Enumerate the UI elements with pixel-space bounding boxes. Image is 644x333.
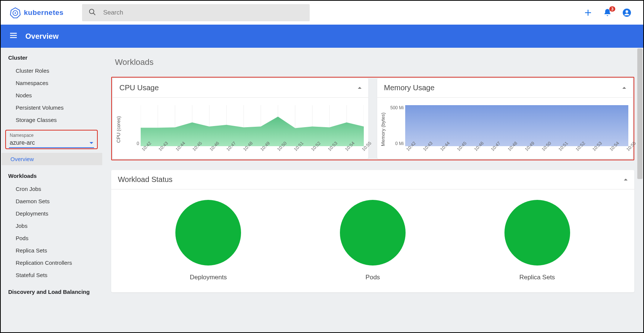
workload-status-item: Pods — [340, 200, 406, 281]
namespace-value: azure-arc — [10, 139, 35, 146]
topbar-actions: 3 — [584, 8, 634, 17]
sidebar-item[interactable]: Daemon Sets — [1, 195, 102, 207]
cpu-ylabel: CPU (cores) — [115, 105, 122, 154]
chart-xtick: 10:53 — [591, 146, 597, 152]
chart-xtick: 10:42 — [141, 146, 147, 152]
sidebar-item[interactable]: Cron Jobs — [1, 183, 102, 195]
mem-card-title: Memory Usage — [384, 84, 435, 92]
sidebar-item[interactable]: Stateful Sets — [1, 269, 102, 281]
page-title: Workloads — [115, 57, 634, 67]
sidebar-header-cluster[interactable]: Cluster — [1, 51, 102, 65]
namespace-selector[interactable]: Namespace azure-arc — [5, 130, 98, 149]
sidebar-item[interactable]: Replica Sets — [1, 244, 102, 257]
sidebar-item[interactable]: Jobs — [1, 220, 102, 232]
chart-xtick: 10:52 — [310, 146, 316, 152]
memory-usage-card: Memory Usage Memory (bytes) 500 Mi 0 Mi — [377, 78, 633, 159]
brand-text: kubernetes — [24, 9, 63, 17]
notification-badge: 3 — [609, 6, 615, 12]
search-input[interactable] — [103, 9, 304, 16]
chart-xtick: 10:46 — [209, 146, 215, 152]
chart-xtick: 10:48 — [242, 146, 248, 152]
workload-status-item: Replica Sets — [504, 200, 570, 281]
plus-icon — [584, 8, 593, 17]
chart-xtick: 10:51 — [293, 146, 299, 152]
workload-status-item: Deployments — [175, 200, 241, 281]
status-donut — [504, 200, 570, 266]
sidebar-item-overview[interactable]: Overview — [1, 153, 102, 165]
search-icon — [88, 8, 96, 18]
menu-button[interactable] — [9, 31, 18, 41]
hamburger-icon — [9, 31, 18, 40]
mem-chart — [405, 105, 628, 146]
sidebar-item[interactable]: Replication Controllers — [1, 257, 102, 269]
chart-xtick: 10:44 — [439, 146, 445, 152]
collapse-icon[interactable] — [624, 179, 628, 180]
chart-xtick: 10:45 — [191, 146, 197, 152]
collapse-icon[interactable] — [358, 87, 362, 89]
mem-ytick-bottom: 0 Mi — [387, 141, 404, 146]
chart-xtick: 10:52 — [575, 146, 581, 152]
charts-row-highlight: CPU Usage CPU (cores) 0 — [111, 77, 634, 160]
topbar: kubernetes 3 — [1, 1, 643, 25]
chart-xtick: 10:43 — [422, 146, 428, 152]
sidebar-item[interactable]: Cluster Roles — [1, 65, 102, 77]
sidebar-item[interactable]: Pods — [1, 232, 102, 244]
svg-rect-9 — [10, 33, 17, 34]
status-donut — [175, 200, 241, 266]
namespace-label: Namespace — [10, 133, 93, 138]
chart-xtick: 10:49 — [259, 146, 265, 152]
chart-xtick: 10:50 — [541, 146, 547, 152]
cpu-ytick-bottom: 0 — [122, 141, 139, 146]
sidebar-item[interactable]: Namespaces — [1, 77, 102, 89]
account-icon — [622, 8, 631, 17]
status-donut — [340, 200, 406, 266]
chart-xtick: 10:42 — [405, 146, 411, 152]
chart-xtick: 10:54 — [344, 146, 350, 152]
mem-ylabel: Memory (bytes) — [379, 105, 387, 154]
notifications-button[interactable]: 3 — [603, 8, 612, 17]
workload-status-title: Workload Status — [118, 175, 172, 184]
cpu-usage-card: CPU Usage CPU (cores) 0 — [113, 78, 368, 159]
sidebar-item[interactable]: Persistent Volumes — [1, 101, 102, 114]
svg-point-8 — [626, 10, 628, 13]
section-bar: Overview — [1, 25, 643, 48]
content: Workloads CPU Usage CPU (cores) 0 — [102, 48, 643, 332]
chart-xtick: 10:55 — [625, 146, 631, 152]
status-donut-label: Pods — [366, 274, 380, 281]
cpu-chart — [141, 105, 364, 146]
svg-line-4 — [93, 13, 95, 15]
chart-xtick: 10:50 — [276, 146, 282, 152]
sidebar-header-dlb[interactable]: Discovery and Load Balancing — [1, 285, 102, 299]
chevron-down-icon — [90, 142, 93, 144]
collapse-icon[interactable] — [622, 87, 626, 89]
svg-rect-10 — [10, 35, 17, 36]
logo[interactable]: kubernetes — [10, 7, 63, 18]
cpu-card-title: CPU Usage — [119, 84, 159, 92]
status-donut-label: Replica Sets — [519, 274, 555, 281]
account-button[interactable] — [622, 8, 631, 17]
chart-xtick: 10:51 — [557, 146, 563, 152]
searchbox[interactable] — [82, 4, 310, 21]
chart-xtick: 10:49 — [524, 146, 530, 152]
sidebar-item[interactable]: Deployments — [1, 207, 102, 220]
sidebar-header-workloads[interactable]: Workloads — [1, 169, 102, 183]
svg-point-3 — [90, 9, 94, 13]
svg-point-2 — [15, 12, 16, 14]
add-button[interactable] — [584, 8, 593, 17]
chart-xtick: 10:55 — [361, 146, 367, 152]
scrollbar[interactable] — [637, 48, 643, 179]
chart-xtick: 10:44 — [175, 146, 181, 152]
status-donut-label: Deployments — [190, 274, 227, 281]
kubernetes-logo-icon — [10, 7, 21, 18]
chart-xtick: 10:48 — [507, 146, 513, 152]
section-title: Overview — [25, 32, 59, 41]
chart-xtick: 10:43 — [157, 146, 163, 152]
sidebar: Cluster Cluster RolesNamespacesNodesPers… — [1, 48, 102, 332]
sidebar-item[interactable]: Nodes — [1, 89, 102, 101]
svg-rect-11 — [10, 37, 17, 38]
chart-xtick: 10:45 — [456, 146, 462, 152]
chart-xtick: 10:53 — [327, 146, 333, 152]
sidebar-item[interactable]: Storage Classes — [1, 114, 102, 126]
chart-xtick: 10:46 — [473, 146, 479, 152]
mem-ytick-top: 500 Mi — [387, 105, 404, 110]
